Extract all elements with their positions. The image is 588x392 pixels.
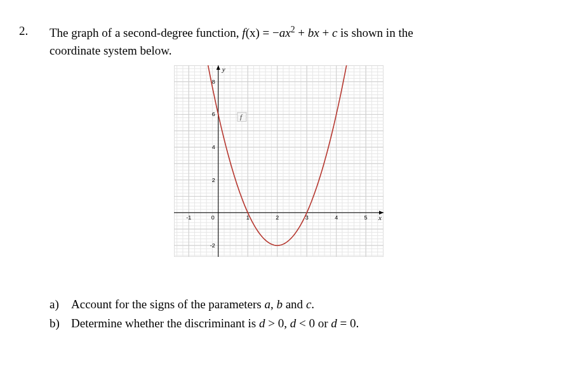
problem-container: 2. The graph of a second-degree function… [19, 24, 569, 59]
svg-text:2: 2 [276, 214, 279, 221]
a-var-b: b [276, 297, 283, 311]
subpart-a-letter: a) [50, 295, 71, 313]
stem-text-1: The graph of a second-degree function, [50, 26, 242, 39]
subpart-b-text: Determine whether the discriminant is d … [71, 314, 359, 332]
subpart-b-letter: b) [50, 314, 71, 332]
stem-paren-x: (x) [246, 26, 260, 39]
b-eq: = 0. [337, 317, 359, 330]
subpart-a: a) Account for the signs of the paramete… [50, 295, 569, 313]
a-text1: Account for the signs of the parameters [71, 297, 264, 311]
svg-text:0: 0 [211, 214, 215, 221]
stem-exp2: 2 [291, 25, 295, 34]
svg-text:5: 5 [364, 214, 368, 221]
b-var-d1: d [259, 317, 265, 330]
subparts-container: a) Account for the signs of the paramete… [19, 295, 569, 332]
svg-text:2: 2 [212, 177, 215, 183]
b-lt: < 0 or [296, 317, 331, 330]
svg-text:y: y [222, 65, 225, 73]
problem-number: 2. [19, 24, 50, 38]
graph-container: -1123450-22468xyf [19, 65, 569, 257]
b-text1: Determine whether the discriminant is [71, 317, 259, 330]
svg-marker-117 [217, 65, 220, 70]
stem-a: a [279, 26, 286, 39]
subpart-b: b) Determine whether the discriminant is… [50, 314, 569, 332]
coordinate-chart: -1123450-22468xyf [174, 65, 384, 257]
subpart-a-text: Account for the signs of the parameters … [71, 295, 314, 313]
a-var-a: a [264, 297, 271, 311]
a-and: and [283, 297, 306, 311]
svg-text:-2: -2 [210, 242, 215, 249]
svg-text:8: 8 [212, 79, 215, 85]
svg-text:6: 6 [212, 112, 215, 118]
stem-b: b [308, 26, 314, 39]
stem-eq: = − [260, 26, 279, 39]
stem-x2: x [314, 26, 319, 39]
svg-text:4: 4 [335, 214, 338, 221]
problem-stem-line2: coordinate system below. [50, 42, 569, 60]
problem-body: The graph of a second-degree function, f… [50, 24, 569, 59]
stem-plus1: + [295, 26, 308, 39]
svg-text:4: 4 [212, 144, 215, 150]
a-comma: , [271, 297, 277, 311]
svg-text:x: x [378, 214, 382, 221]
svg-text:-1: -1 [186, 214, 191, 221]
stem-text-2: is shown in the [337, 26, 413, 39]
problem-stem-line1: The graph of a second-degree function, f… [50, 24, 569, 42]
stem-plus2: + [319, 26, 332, 39]
b-var-d2: d [290, 317, 297, 330]
svg-rect-0 [175, 66, 384, 257]
b-gt: > 0, [265, 317, 290, 330]
a-period: . [311, 297, 314, 311]
stem-x1: x [285, 26, 290, 39]
b-var-d3: d [331, 317, 337, 330]
